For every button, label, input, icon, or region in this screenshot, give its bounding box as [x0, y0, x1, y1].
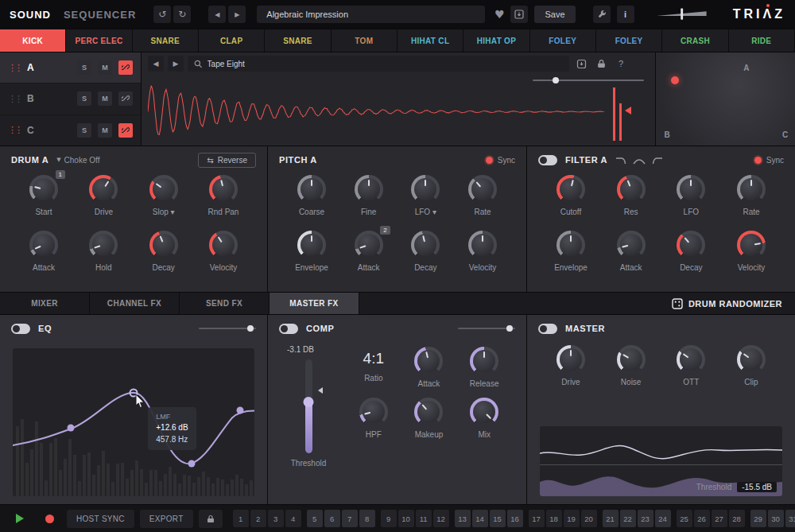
eq-mix-slider[interactable] — [199, 328, 256, 329]
knob-dial[interactable] — [297, 175, 326, 204]
knob-dial[interactable] — [359, 398, 388, 426]
mute-button[interactable]: M — [98, 60, 112, 75]
knob-dial[interactable] — [355, 231, 383, 259]
layer-row[interactable]: ⋮⋮ A S M — [0, 52, 141, 83]
step-button[interactable]: 5 — [307, 510, 323, 527]
drum-pad[interactable]: PERC ELEC — [66, 29, 132, 52]
drum-randomizer-button[interactable]: DRUM RANDOMIZER — [672, 293, 795, 314]
knob-dial[interactable] — [355, 175, 383, 204]
knob-dial[interactable] — [556, 175, 585, 204]
knob-dial[interactable] — [556, 345, 585, 374]
knob-dial[interactable] — [149, 175, 178, 204]
comp-power-toggle[interactable] — [279, 324, 298, 334]
knob-dial[interactable] — [737, 345, 766, 374]
knob-lfo[interactable]: LFO ▾ — [402, 175, 448, 229]
drum-pad[interactable]: HIHAT CL — [398, 29, 463, 52]
layer-row[interactable]: ⋮⋮ C S M — [0, 115, 141, 146]
info-button[interactable]: i — [617, 6, 634, 23]
step-button[interactable]: 17 — [529, 510, 545, 527]
step-button[interactable]: 30 — [768, 510, 784, 527]
fx-tab[interactable]: SEND FX — [180, 293, 270, 314]
drum-pad[interactable]: SNARE — [265, 29, 331, 52]
knob-drive[interactable]: Drive — [548, 345, 594, 386]
knob-release[interactable]: Release — [461, 347, 507, 388]
knob-dial[interactable] — [677, 345, 705, 374]
favorite-icon[interactable]: ♥ — [494, 8, 505, 21]
sample-name-input[interactable] — [207, 60, 563, 68]
step-button[interactable]: 27 — [712, 510, 727, 527]
filter-lowpass-icon[interactable] — [615, 156, 628, 165]
knob-dial[interactable] — [411, 175, 440, 204]
step-button[interactable]: 3 — [268, 510, 284, 527]
fx-tab[interactable]: MIXER — [0, 293, 90, 314]
fx-tab[interactable]: CHANNEL FX — [90, 293, 180, 314]
knob-dial[interactable] — [677, 231, 705, 259]
knob-attack[interactable]: 2Attack — [346, 231, 392, 285]
eq-power-toggle[interactable] — [11, 324, 30, 334]
filter-bandpass-icon[interactable] — [633, 156, 646, 165]
knob-envelope[interactable]: Envelope — [289, 231, 335, 285]
step-button[interactable]: 8 — [359, 510, 375, 527]
knob-fine[interactable]: Fine — [346, 175, 392, 229]
prev-preset-button[interactable]: ◀ — [208, 6, 226, 23]
eq-node-hf[interactable] — [236, 407, 243, 414]
knob-envelope[interactable]: Envelope — [548, 231, 594, 285]
filter-sync-toggle[interactable]: Sync — [754, 156, 784, 165]
step-button[interactable]: 2 — [250, 510, 266, 527]
layer-blend-xy-pad[interactable]: A B C — [656, 52, 795, 146]
knob-slop[interactable]: Slop ▾ — [141, 175, 187, 229]
knob-ott[interactable]: OTT — [668, 345, 714, 386]
knob-decay[interactable]: Decay — [668, 231, 714, 285]
knob-dial[interactable] — [414, 347, 443, 375]
link-button[interactable] — [118, 91, 133, 106]
knob-attack[interactable]: Attack — [608, 231, 654, 285]
eq-node-hmf[interactable] — [188, 460, 195, 468]
step-button[interactable]: 23 — [638, 510, 653, 527]
waveform-display[interactable] — [142, 75, 655, 146]
knob-hold[interactable]: Hold — [80, 231, 126, 285]
knob-dial[interactable] — [209, 175, 238, 204]
knob-rnd-pan[interactable]: Rnd Pan — [200, 175, 246, 229]
knob-dial[interactable] — [89, 175, 118, 204]
drum-pad[interactable]: RIDE — [729, 29, 795, 52]
knob-dial[interactable] — [414, 398, 443, 426]
nav-tab[interactable]: SEQUENCER — [64, 7, 136, 21]
next-preset-button[interactable]: ▶ — [228, 6, 246, 23]
step-button[interactable]: 22 — [620, 510, 636, 527]
step-button[interactable]: 9 — [381, 510, 397, 527]
drum-pad[interactable]: FOLEY — [596, 29, 662, 52]
settings-button[interactable] — [593, 6, 611, 23]
link-button[interactable] — [118, 123, 133, 138]
knob-attack[interactable]: Attack — [405, 347, 452, 388]
step-button[interactable]: 26 — [694, 510, 710, 527]
host-sync-button[interactable]: HOST SYNC — [67, 510, 134, 528]
help-button[interactable]: ? — [613, 56, 629, 72]
threshold-slider[interactable] — [301, 359, 316, 453]
drum-pad[interactable]: TOM — [332, 29, 398, 52]
master-scope-display[interactable]: Threshold -15.5 dB — [540, 426, 782, 496]
pitch-sync-toggle[interactable]: Sync — [486, 156, 515, 165]
save-button[interactable]: Save — [534, 6, 575, 23]
knob-dial[interactable] — [29, 231, 58, 259]
knob-attack[interactable]: Attack — [21, 231, 67, 285]
knob-dial[interactable] — [617, 175, 646, 204]
knob-res[interactable]: Res — [608, 175, 654, 229]
export-button[interactable]: EXPORT — [140, 510, 193, 528]
knob-noise[interactable]: Noise — [608, 345, 654, 386]
layer-row[interactable]: ⋮⋮ B S M — [0, 83, 141, 115]
knob-dial[interactable] — [556, 231, 585, 259]
save-preset-icon-button[interactable] — [510, 6, 528, 23]
step-button[interactable]: 4 — [285, 510, 301, 527]
knob-dial[interactable] — [677, 175, 705, 204]
choke-dropdown[interactable]: ▼Choke Off — [56, 156, 99, 165]
sample-volume-slider[interactable] — [533, 80, 644, 81]
drum-pad[interactable]: CLAP — [199, 29, 265, 52]
drum-pad[interactable]: HIHAT OP — [463, 29, 529, 52]
mute-button[interactable]: M — [98, 123, 112, 138]
knob-rate[interactable]: Rate — [728, 175, 774, 229]
step-button[interactable]: 25 — [677, 510, 692, 527]
step-button[interactable]: 16 — [507, 510, 523, 527]
knob-velocity[interactable]: Velocity — [728, 231, 774, 285]
undo-button[interactable]: ↺ — [153, 6, 171, 23]
knob-dial[interactable] — [470, 398, 498, 426]
